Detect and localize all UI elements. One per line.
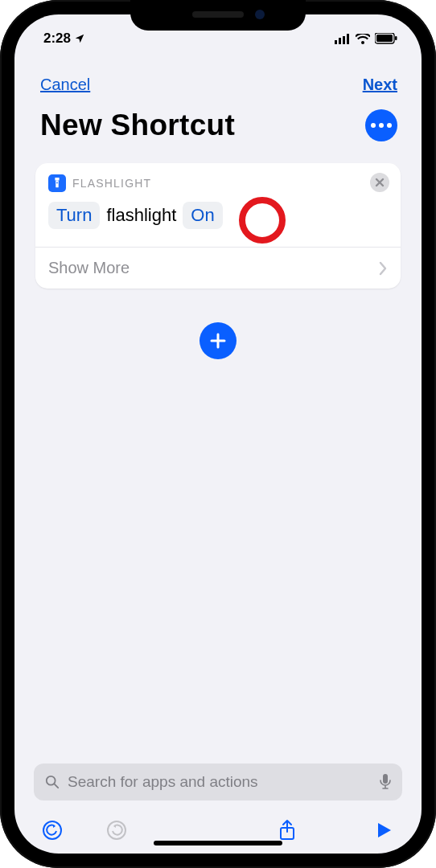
show-more-label: Show More [48,259,130,277]
cancel-button[interactable]: Cancel [40,76,90,94]
svg-rect-2 [343,36,345,44]
nav-bar: Cancel Next [14,53,422,94]
svg-rect-6 [395,36,397,40]
svg-rect-0 [335,40,337,44]
state-token[interactable]: On [183,202,222,229]
action-app-label: FLASHLIGHT [72,177,151,190]
share-button[interactable] [274,817,301,844]
close-action-button[interactable] [370,173,389,192]
flashlight-app-icon [48,174,66,192]
close-icon [375,178,385,187]
chevron-right-icon [378,261,388,276]
signal-icon [335,34,351,44]
run-button[interactable] [370,817,397,844]
verb-token[interactable]: Turn [48,202,100,229]
more-button[interactable] [365,109,397,141]
svg-rect-5 [376,35,393,42]
svg-rect-1 [339,38,341,44]
subject-label: flashlight [105,205,178,226]
search-icon [45,775,60,789]
share-icon [278,819,296,841]
page-title: New Shortcut [40,108,235,142]
wifi-icon [356,34,370,44]
next-button[interactable]: Next [363,76,397,94]
svg-rect-7 [55,178,59,181]
svg-point-10 [47,776,56,785]
svg-rect-9 [56,182,57,183]
status-time: 2:28 [43,31,85,47]
location-arrow-icon [74,33,85,44]
undo-icon [42,820,63,841]
search-placeholder: Search for apps and actions [68,773,258,791]
clock: 2:28 [43,31,71,47]
notch [130,0,306,31]
svg-rect-11 [383,774,388,784]
screen: 2:28 [14,14,422,854]
svg-rect-8 [56,181,59,188]
dot-icon [371,123,376,128]
side-button [0,257,2,313]
plus-icon [209,332,227,350]
side-button [0,185,2,241]
undo-button[interactable] [39,817,66,844]
play-icon [375,821,393,839]
search-input[interactable]: Search for apps and actions [34,764,402,800]
title-row: New Shortcut [14,94,422,155]
microphone-icon[interactable] [380,774,391,790]
redo-icon [106,820,127,841]
dot-icon [379,123,384,128]
phone-frame: 2:28 [0,0,436,868]
side-button [0,137,2,167]
action-card: FLASHLIGHT Turn flashlight On Show More [35,163,401,289]
action-summary: Turn flashlight On [48,192,388,237]
add-action-button[interactable] [199,322,237,359]
svg-rect-3 [347,34,349,44]
show-more-button[interactable]: Show More [35,248,401,289]
redo-button [103,817,130,844]
home-indicator[interactable] [154,841,282,845]
battery-icon [375,33,397,44]
dot-icon [387,123,392,128]
status-indicators [335,33,397,44]
